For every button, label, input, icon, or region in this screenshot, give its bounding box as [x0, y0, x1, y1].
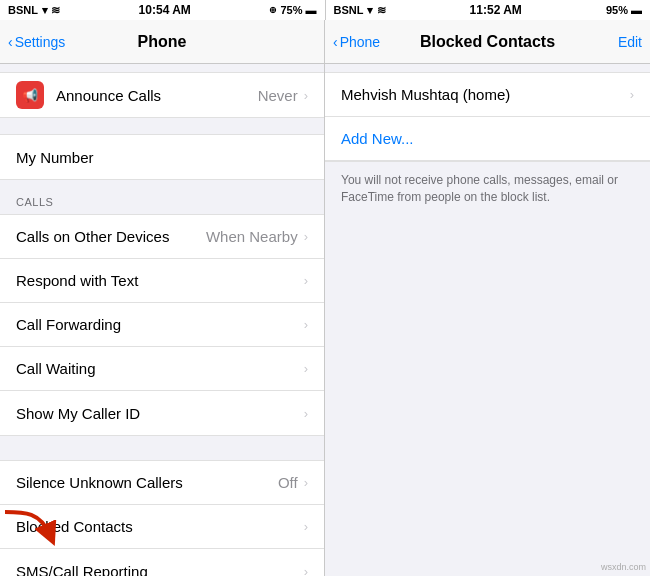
respond-with-text-cell[interactable]: Respond with Text › — [0, 259, 324, 303]
calls-items-group: Calls on Other Devices When Nearby › Res… — [0, 214, 324, 436]
calls-on-other-devices-label: Calls on Other Devices — [16, 228, 206, 245]
contact-mehvish-cell[interactable]: Mehvish Mushtaq (home) › — [325, 73, 650, 117]
split-container: ‹ Settings Phone 📢 Announce Calls — [0, 20, 650, 576]
left-settings-list[interactable]: 📢 Announce Calls Never › My Number — [0, 64, 324, 576]
announce-calls-chevron: › — [304, 88, 308, 103]
speaker-icon: 📢 — [22, 88, 38, 103]
silence-unknown-callers-chevron: › — [304, 475, 308, 490]
app-wrapper: BSNL ▾ ≋ 10:54 AM ⊕ 75% ▬ BSNL ▾ ≋ 11:52… — [0, 0, 650, 576]
right-battery-icon: ▬ — [631, 4, 642, 16]
announce-calls-label: Announce Calls — [56, 87, 258, 104]
left-status-bar: BSNL ▾ ≋ 10:54 AM ⊕ 75% ▬ — [0, 0, 326, 20]
right-back-label: Phone — [340, 34, 380, 50]
left-nav-title: Phone — [138, 33, 187, 51]
calls-section-header: CALLS — [0, 180, 324, 214]
right-edit-button[interactable]: Edit — [618, 34, 642, 50]
call-waiting-chevron: › — [304, 361, 308, 376]
more-items-group: Silence Unknown Callers Off › — [0, 460, 324, 576]
block-description: You will not receive phone calls, messag… — [325, 162, 650, 226]
show-caller-id-chevron: › — [304, 406, 308, 421]
left-battery: 75% — [280, 4, 302, 16]
call-forwarding-label: Call Forwarding — [16, 316, 304, 333]
sms-call-reporting-label: SMS/Call Reporting — [16, 563, 304, 577]
announce-calls-cell[interactable]: 📢 Announce Calls Never › — [0, 73, 324, 117]
right-time: 11:52 AM — [470, 3, 522, 17]
blocked-contacts-label: Blocked Contacts — [16, 518, 304, 535]
call-forwarding-cell[interactable]: Call Forwarding › — [0, 303, 324, 347]
call-forwarding-chevron: › — [304, 317, 308, 332]
blocked-contacts-chevron: › — [304, 519, 308, 534]
silence-unknown-callers-label: Silence Unknown Callers — [16, 474, 278, 491]
contacts-group: Mehvish Mushtaq (home) › Add New... — [325, 72, 650, 162]
right-carrier: BSNL — [334, 4, 364, 16]
silence-unknown-callers-cell[interactable]: Silence Unknown Callers Off › — [0, 461, 324, 505]
call-waiting-label: Call Waiting — [16, 360, 304, 377]
announce-calls-group: 📢 Announce Calls Never › — [0, 72, 324, 118]
right-content-list: Mehvish Mushtaq (home) › Add New... You … — [325, 64, 650, 576]
right-nav-title: Blocked Contacts — [420, 33, 555, 51]
contact-mehvish-chevron: › — [630, 87, 634, 102]
announce-calls-icon: 📢 — [16, 81, 44, 109]
add-new-label: Add New... — [341, 130, 414, 147]
left-battery-icon: ▬ — [305, 4, 316, 16]
left-back-chevron: ‹ — [8, 34, 13, 50]
show-caller-id-cell[interactable]: Show My Caller ID › — [0, 391, 324, 435]
calls-on-other-devices-value: When Nearby — [206, 228, 298, 245]
calls-on-other-chevron: › — [304, 229, 308, 244]
watermark: wsxdn.com — [601, 562, 646, 572]
silence-unknown-callers-value: Off — [278, 474, 298, 491]
right-signal-icon: ▾ ≋ — [367, 4, 385, 17]
sms-call-reporting-cell[interactable]: SMS/Call Reporting › — [0, 549, 324, 576]
announce-calls-value: Never — [258, 87, 298, 104]
right-back-chevron: ‹ — [333, 34, 338, 50]
left-time: 10:54 AM — [139, 3, 191, 17]
respond-with-text-chevron: › — [304, 273, 308, 288]
left-gps-icon: ⊕ — [269, 5, 277, 15]
left-back-button[interactable]: ‹ Settings — [8, 34, 65, 50]
my-number-group: My Number — [0, 134, 324, 180]
add-new-cell[interactable]: Add New... — [325, 117, 650, 161]
status-bars-row: BSNL ▾ ≋ 10:54 AM ⊕ 75% ▬ BSNL ▾ ≋ 11:52… — [0, 0, 650, 20]
sms-call-reporting-chevron: › — [304, 564, 308, 577]
my-number-cell[interactable]: My Number — [0, 135, 324, 179]
left-back-label: Settings — [15, 34, 66, 50]
contact-mehvish-name: Mehvish Mushtaq (home) — [341, 86, 630, 103]
respond-with-text-label: Respond with Text — [16, 272, 304, 289]
left-carrier: BSNL — [8, 4, 38, 16]
left-wifi-icon: ▾ ≋ — [42, 4, 60, 17]
left-nav-bar: ‹ Settings Phone — [0, 20, 324, 64]
right-status-bar: BSNL ▾ ≋ 11:52 AM 95% ▬ — [326, 0, 651, 20]
right-panel: ‹ Phone Blocked Contacts Edit Mehvish Mu… — [325, 20, 650, 576]
calls-on-other-devices-cell[interactable]: Calls on Other Devices When Nearby › — [0, 215, 324, 259]
right-back-button[interactable]: ‹ Phone — [333, 34, 380, 50]
blocked-contacts-cell[interactable]: Blocked Contacts › — [0, 505, 324, 549]
my-number-label: My Number — [16, 149, 308, 166]
right-nav-bar: ‹ Phone Blocked Contacts Edit — [325, 20, 650, 64]
show-caller-id-label: Show My Caller ID — [16, 405, 304, 422]
left-panel: ‹ Settings Phone 📢 Announce Calls — [0, 20, 325, 576]
contacts-list-group: Mehvish Mushtaq (home) › Add New... — [325, 72, 650, 162]
call-waiting-cell[interactable]: Call Waiting › — [0, 347, 324, 391]
right-battery: 95% — [606, 4, 628, 16]
